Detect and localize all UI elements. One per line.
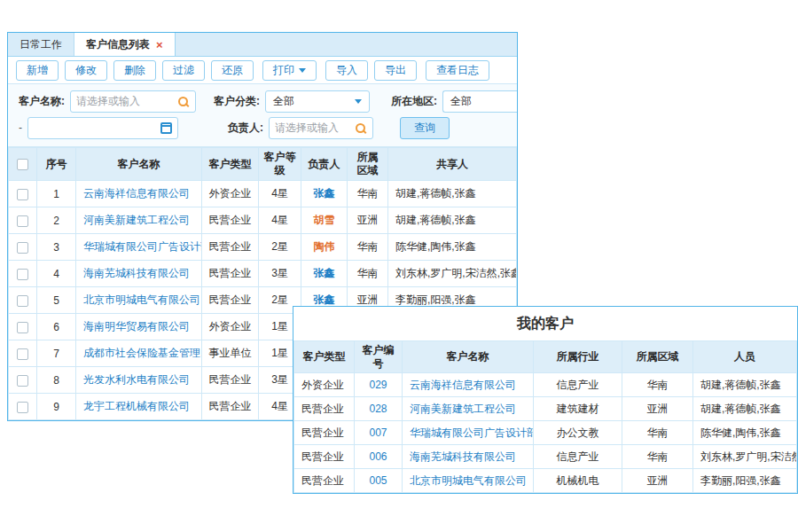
customer-no-link[interactable]: 005 (355, 469, 403, 493)
tab-customer-list[interactable]: 客户信息列表 × (74, 33, 176, 56)
toolbar-io-group: 导入导出 (325, 60, 417, 81)
toolbar-button[interactable]: 过滤 (162, 60, 205, 81)
category-label: 客户分类: (214, 94, 260, 109)
customer-name-link[interactable]: 光发水利水电有限公司 (76, 367, 202, 394)
customer-type: 民营企业 (294, 445, 355, 469)
customer-name-link[interactable]: 华瑞城有限公司广告设计部 (403, 421, 534, 445)
region: 华南 (348, 234, 388, 261)
table-row[interactable]: 民营企业 007 华瑞城有限公司广告设计部 办公文教 华南 陈华健,陶伟,张鑫 (294, 421, 797, 445)
customer-type: 民营企业 (202, 287, 259, 314)
select-all-checkbox[interactable] (17, 159, 28, 170)
toolbar-button[interactable]: 还原 (211, 60, 254, 81)
owner-name[interactable]: 胡雪 (301, 207, 348, 234)
toolbar: 新增修改删除过滤还原 打印 导入导出 查看日志 (8, 57, 517, 84)
customer-name-link[interactable]: 云南海祥信息有限公司 (76, 181, 202, 207)
customer-type: 民营企业 (202, 207, 259, 234)
row-checkbox[interactable] (17, 402, 28, 413)
toolbar-button[interactable]: 导入 (325, 60, 368, 81)
row-number: 6 (37, 314, 76, 340)
owner-name[interactable]: 张鑫 (301, 181, 348, 207)
header-customer-level: 客户等 级 (259, 148, 301, 181)
row-checkbox[interactable] (17, 242, 28, 254)
print-button[interactable]: 打印 (262, 60, 317, 81)
customer-table-header: 序号 客户名称 客户类型 客户等 级 负责人 所属 区域 共享人 (9, 148, 517, 181)
search-icon[interactable] (178, 96, 190, 107)
customer-name-link[interactable]: 北京市明城电气有限公司 (76, 287, 202, 314)
owner-field (269, 117, 373, 139)
row-checkbox[interactable] (17, 348, 28, 360)
table-row[interactable]: 民营企业 005 北京市明城电气有限公司 机械机电 亚洲 李勤丽,阳强,张鑫 (294, 469, 797, 493)
customer-name-link[interactable]: 云南海祥信息有限公司 (403, 373, 534, 397)
customer-name-link[interactable]: 华瑞城有限公司广告设计部 (76, 234, 202, 261)
view-log-button[interactable]: 查看日志 (426, 60, 489, 81)
customer-name-link[interactable]: 河南美新建筑工程公司 (403, 397, 534, 421)
toolbar-button[interactable]: 导出 (374, 60, 417, 81)
header-region: 所属 区域 (348, 148, 388, 181)
customer-name-link[interactable]: 河南美新建筑工程公司 (76, 207, 202, 234)
customer-name-link[interactable]: 龙宇工程机械有限公司 (76, 394, 202, 420)
owner-name[interactable]: 陶伟 (301, 234, 348, 261)
row-checkbox[interactable] (17, 322, 28, 333)
row-checkbox[interactable] (17, 375, 28, 387)
row-checkbox[interactable] (17, 189, 28, 200)
region: 亚洲 (348, 207, 388, 234)
industry: 信息产业 (534, 373, 622, 397)
region: 华南 (622, 373, 693, 397)
row-checkbox[interactable] (17, 295, 28, 307)
customer-no-link[interactable]: 028 (355, 397, 403, 421)
chevron-down-icon (355, 99, 362, 104)
my-customers-header: 客户类型 客户编 号 客户名称 所属行业 所属区域 人员 (294, 341, 797, 373)
row-number: 1 (37, 181, 76, 207)
tab-daily-work[interactable]: 日常工作 (8, 33, 74, 56)
industry: 机械机电 (534, 469, 622, 493)
tab-close-icon[interactable]: × (156, 39, 163, 51)
my-customers-panel: 我的客户 客户类型 客户编 号 客户名称 所属行业 所属区域 人员 外资企业 0… (293, 306, 798, 494)
customer-type: 民营企业 (202, 394, 259, 420)
table-row[interactable]: 3 华瑞城有限公司广告设计部 民营企业 2星 陶伟 华南 陈华健,陶伟,张鑫 (9, 234, 517, 261)
category-select[interactable]: 全部 (265, 90, 370, 113)
customer-type: 外资企业 (202, 314, 259, 340)
owner-input[interactable] (275, 121, 356, 134)
table-row[interactable]: 民营企业 006 海南芜城科技有限公司 信息产业 华南 刘东林,罗广明,宋洁然.… (294, 445, 797, 469)
owner-name[interactable]: 张鑫 (301, 261, 348, 287)
customer-name-label: 客户名称: (19, 94, 65, 109)
table-row[interactable]: 2 河南美新建筑工程公司 民营企业 4星 胡雪 亚洲 胡建,蒋德帧,张鑫 (9, 207, 517, 234)
date-input[interactable] (34, 121, 160, 134)
my-customers-body: 外资企业 029 云南海祥信息有限公司 信息产业 华南 胡建,蒋德帧,张鑫 民营… (294, 373, 797, 493)
region: 华南 (622, 421, 693, 445)
shared-people: 胡建,蒋德帧,张鑫 (388, 181, 517, 207)
table-row[interactable]: 1 云南海祥信息有限公司 外资企业 4星 张鑫 华南 胡建,蒋德帧,张鑫 (9, 181, 517, 207)
table-row[interactable]: 民营企业 028 河南美新建筑工程公司 建筑建材 亚洲 胡建,蒋德帧,张鑫 (294, 397, 797, 421)
customer-no-link[interactable]: 007 (355, 421, 403, 445)
region-select[interactable]: 全部 (442, 90, 517, 113)
table-row[interactable]: 4 海南芜城科技有限公司 民营企业 3星 张鑫 华南 刘东林,罗广明,宋洁然,张… (9, 261, 517, 287)
customer-name-link[interactable]: 北京市明城电气有限公司 (403, 469, 534, 493)
toolbar-button[interactable]: 新增 (16, 60, 59, 81)
table-row[interactable]: 外资企业 029 云南海祥信息有限公司 信息产业 华南 胡建,蒋德帧,张鑫 (294, 373, 797, 397)
customer-no-link[interactable]: 006 (355, 445, 403, 469)
customer-name-link[interactable]: 海南芜城科技有限公司 (403, 445, 534, 469)
row-number: 8 (37, 367, 76, 394)
customer-name-link[interactable]: 成都市社会保险基金管理... (76, 340, 202, 367)
customer-name-link[interactable]: 海南明华贸易有限公司 (76, 314, 202, 340)
row-checkbox[interactable] (17, 269, 28, 280)
date-field (27, 117, 178, 139)
shared-people: 刘东林,罗广明,宋洁然,张鑫 (388, 261, 517, 287)
toolbar-button[interactable]: 修改 (65, 60, 107, 81)
query-button[interactable]: 查询 (400, 117, 450, 139)
customer-type: 民营企业 (294, 469, 355, 493)
row-checkbox[interactable] (17, 215, 28, 227)
customer-name-link[interactable]: 海南芜城科技有限公司 (76, 261, 202, 287)
toolbar-button[interactable]: 删除 (113, 60, 156, 81)
calendar-icon[interactable] (160, 122, 172, 134)
print-button-label: 打印 (273, 63, 294, 78)
customer-no-link[interactable]: 029 (355, 373, 403, 397)
header-customer-type: 客户类型 (294, 341, 355, 373)
customer-name-input[interactable] (76, 95, 178, 107)
header-customer-type: 客户类型 (202, 148, 259, 181)
staff: 胡建,蒋德帧,张鑫 (693, 373, 797, 397)
my-customers-title: 我的客户 (293, 307, 797, 340)
search-icon[interactable] (356, 122, 367, 134)
region: 华南 (622, 445, 693, 469)
customer-type: 民营企业 (202, 234, 259, 261)
